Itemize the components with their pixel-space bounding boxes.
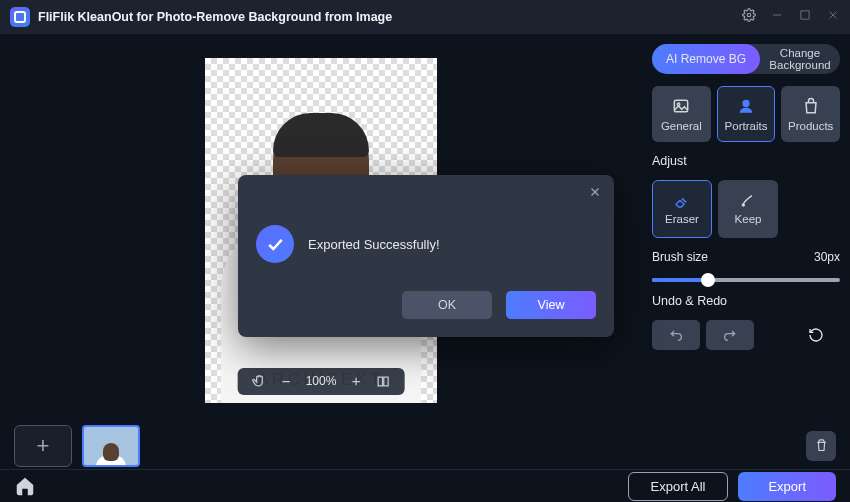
slider-thumb[interactable] <box>701 273 715 287</box>
app-logo <box>10 7 30 27</box>
success-check-icon <box>256 225 294 263</box>
tab-change-background[interactable]: Change Background <box>760 47 840 71</box>
adjust-label: Adjust <box>652 154 840 168</box>
thumbnail-strip: + <box>0 422 850 469</box>
brush-icon <box>738 193 758 209</box>
adjust-label-text: Eraser <box>665 213 699 225</box>
zoom-in-icon[interactable] <box>348 374 363 389</box>
bag-icon <box>801 96 821 116</box>
adjust-eraser[interactable]: Eraser <box>652 180 712 238</box>
svg-rect-2 <box>801 11 809 19</box>
delete-button[interactable] <box>806 431 836 461</box>
mode-tabs: AI Remove BG Change Background <box>652 44 840 74</box>
adjust-keep[interactable]: Keep <box>718 180 778 238</box>
home-icon[interactable] <box>14 475 36 497</box>
svg-rect-10 <box>675 100 688 112</box>
svg-rect-9 <box>383 377 387 386</box>
compare-icon[interactable] <box>375 374 390 389</box>
undo-button[interactable] <box>652 320 700 350</box>
brush-size-slider[interactable] <box>652 278 840 282</box>
maximize-icon[interactable] <box>798 8 812 26</box>
person-icon <box>736 96 756 116</box>
zoom-value: 100% <box>306 374 337 388</box>
sidebar: AI Remove BG Change Background General P… <box>642 34 850 422</box>
svg-point-12 <box>743 101 749 107</box>
svg-point-13 <box>742 203 745 206</box>
adjust-label-text: Keep <box>735 213 762 225</box>
svg-point-0 <box>747 13 751 17</box>
eraser-icon <box>672 193 692 209</box>
trash-icon <box>814 438 829 453</box>
add-image-button[interactable]: + <box>14 425 72 467</box>
redo-icon <box>722 327 738 343</box>
tile-label: Portraits <box>725 120 768 132</box>
export-all-button[interactable]: Export All <box>628 472 729 501</box>
dialog-message: Exported Successfully! <box>308 237 440 252</box>
footer: Export All Export <box>0 469 850 502</box>
dialog-ok-button[interactable]: OK <box>402 291 492 319</box>
refresh-icon <box>808 327 824 343</box>
export-button[interactable]: Export <box>738 472 836 501</box>
redo-button[interactable] <box>706 320 754 350</box>
tab-ai-remove-bg[interactable]: AI Remove BG <box>652 44 760 74</box>
pan-hand-icon[interactable] <box>252 374 267 389</box>
close-icon[interactable] <box>826 8 840 26</box>
tile-portraits[interactable]: Portraits <box>717 86 776 142</box>
tile-label: Products <box>788 120 833 132</box>
tile-general[interactable]: General <box>652 86 711 142</box>
reset-button[interactable] <box>792 320 840 350</box>
app-title: FliFlik KleanOut for Photo-Remove Backgr… <box>38 10 734 24</box>
zoom-toolbar: 100% <box>238 368 405 395</box>
dialog-view-button[interactable]: View <box>506 291 596 319</box>
tile-products[interactable]: Products <box>781 86 840 142</box>
image-icon <box>671 96 691 116</box>
dialog-close-button[interactable] <box>588 185 602 203</box>
tile-label: General <box>661 120 702 132</box>
plus-icon: + <box>37 433 50 459</box>
undo-redo-label: Undo & Redo <box>652 294 840 308</box>
zoom-out-icon[interactable] <box>279 374 294 389</box>
settings-icon[interactable] <box>742 8 756 26</box>
thumbnail-item[interactable] <box>82 425 140 467</box>
brush-size-label: Brush size <box>652 250 708 264</box>
svg-rect-8 <box>378 377 382 386</box>
minimize-icon[interactable] <box>770 8 784 26</box>
export-success-dialog: Exported Successfully! OK View <box>238 175 614 337</box>
undo-icon <box>668 327 684 343</box>
brush-size-value: 30px <box>814 250 840 264</box>
titlebar: FliFlik KleanOut for Photo-Remove Backgr… <box>0 0 850 34</box>
